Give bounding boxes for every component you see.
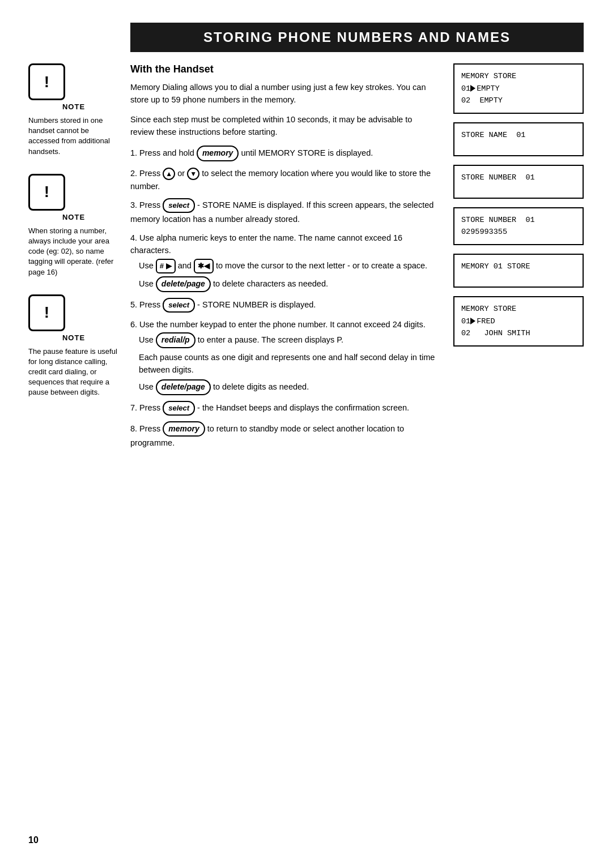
note-icon-3: ! bbox=[28, 294, 65, 331]
note-label-3: NOTE bbox=[28, 333, 119, 342]
display-3-line-1: STORE NUMBER 01 bbox=[461, 172, 576, 184]
step-5: 5. Press select - STORE NUMBER is displa… bbox=[130, 298, 436, 313]
select-key-3: select bbox=[163, 401, 195, 416]
exclamation-icon-1: ! bbox=[44, 73, 49, 91]
step-6-sub1: Use redial/p to enter a pause. The scree… bbox=[139, 332, 436, 348]
step-2: 2. Press ▲ or ▼ to select the memory loc… bbox=[130, 167, 436, 193]
display-6-line-3: 02 JOHN SMITH bbox=[461, 327, 576, 340]
display-4-line-2: 0295993355 bbox=[461, 226, 576, 238]
display-5-line-1: MEMORY 01 STORE bbox=[461, 260, 576, 273]
step-1-number: 1. Press and hold bbox=[130, 148, 197, 157]
triangle-right-2 bbox=[470, 318, 475, 324]
star-key: ✱◀ bbox=[194, 259, 214, 273]
step-3-text: 3. Press select - STORE NAME is displaye… bbox=[130, 200, 434, 224]
note-label-2: NOTE bbox=[28, 213, 119, 221]
step-5-text: 5. Press select - STORE NUMBER is displa… bbox=[130, 300, 316, 309]
step-8-text: 8. Press memory to return to standby mod… bbox=[130, 424, 404, 448]
exclamation-icon-2: ! bbox=[44, 183, 49, 201]
memory-key-1: memory bbox=[197, 146, 239, 161]
down-arrow-key: ▼ bbox=[187, 168, 199, 180]
select-key-1: select bbox=[163, 198, 195, 213]
step-7-text: 7. Press select - the Handset beeps and … bbox=[130, 403, 409, 412]
note-block-1: ! NOTE Numbers stored in one handset can… bbox=[28, 63, 119, 157]
up-arrow-key: ▲ bbox=[163, 168, 175, 180]
display-box-2: STORE NAME 01 bbox=[453, 122, 584, 156]
page-number: 10 bbox=[28, 835, 39, 845]
display-2-line-1: STORE NAME 01 bbox=[461, 129, 576, 142]
section-heading: With the Handset bbox=[130, 63, 436, 75]
step-7: 7. Press select - the Handset beeps and … bbox=[130, 401, 436, 416]
step-6-sub2: Each pause counts as one digit and repre… bbox=[139, 351, 436, 377]
note-label-1: NOTE bbox=[28, 102, 119, 111]
step-6-text: 6. Use the number keypad to enter the ph… bbox=[130, 320, 426, 329]
right-column: MEMORY STORE 01EMPTY 02 EMPTY STORE NAME… bbox=[448, 63, 584, 845]
step-4: 4. Use alpha numeric keys to enter the n… bbox=[130, 232, 436, 292]
note-icon-1: ! bbox=[28, 63, 65, 100]
display-4-line-1: STORE NUMBER 01 bbox=[461, 214, 576, 226]
select-key-2: select bbox=[163, 298, 195, 313]
delete-page-key-2: delete/page bbox=[156, 379, 211, 395]
step-1-after: until MEMORY STORE is displayed. bbox=[239, 148, 373, 157]
display-6-line-1: MEMORY STORE bbox=[461, 303, 576, 315]
note-text-3: The pause feature is useful for long dis… bbox=[28, 347, 119, 398]
redial-key: redial/p bbox=[156, 332, 196, 348]
triangle-right-1 bbox=[470, 85, 475, 92]
display-1-line-1: MEMORY STORE bbox=[461, 70, 576, 83]
step-4-sub2: Use delete/page to delete characters as … bbox=[139, 276, 436, 292]
main-content: ! NOTE Numbers stored in one handset can… bbox=[28, 63, 584, 845]
step-1: 1. Press and hold memory until MEMORY ST… bbox=[130, 146, 436, 161]
step-8: 8. Press memory to return to standby mod… bbox=[130, 421, 436, 450]
display-1-line-2: 01EMPTY bbox=[461, 83, 576, 95]
note-block-3: ! NOTE The pause feature is useful for l… bbox=[28, 294, 119, 398]
steps-list: 1. Press and hold memory until MEMORY ST… bbox=[130, 146, 436, 450]
page-title: STORING PHONE NUMBERS AND NAMES bbox=[130, 23, 584, 52]
memory-key-2: memory bbox=[163, 421, 205, 437]
center-text: With the Handset Memory Dialing allows y… bbox=[128, 63, 448, 845]
hash-key: # ▶ bbox=[156, 259, 176, 273]
note-block-2: ! NOTE When storing a number, always inc… bbox=[28, 174, 119, 277]
note-text-2: When storing a number, always include yo… bbox=[28, 226, 119, 277]
step-3: 3. Press select - STORE NAME is displaye… bbox=[130, 198, 436, 226]
display-1-line-3: 02 EMPTY bbox=[461, 95, 576, 107]
page-number-area: 10 bbox=[28, 824, 119, 845]
left-sidebar: ! NOTE Numbers stored in one handset can… bbox=[28, 63, 128, 845]
display-box-4: STORE NUMBER 01 0295993355 bbox=[453, 207, 584, 245]
intro-text-1: Memory Dialing allows you to dial a numb… bbox=[130, 81, 436, 106]
step-6: 6. Use the number keypad to enter the ph… bbox=[130, 318, 436, 395]
step-2-text: 2. Press ▲ or ▼ to select the memory loc… bbox=[130, 169, 431, 191]
delete-page-key-1: delete/page bbox=[156, 276, 211, 292]
intro-text-2: Since each step must be completed within… bbox=[130, 113, 436, 139]
display-box-5: MEMORY 01 STORE bbox=[453, 254, 584, 288]
step-4-text: 4. Use alpha numeric keys to enter the n… bbox=[130, 233, 402, 255]
exclamation-icon-3: ! bbox=[44, 303, 49, 322]
display-box-6: MEMORY STORE 01FRED 02 JOHN SMITH bbox=[453, 296, 584, 347]
display-box-3: STORE NUMBER 01 bbox=[453, 165, 584, 199]
note-text-1: Numbers stored in one handset cannot be … bbox=[28, 116, 119, 157]
step-4-sub1: Use # ▶ and ✱◀ to move the cursor to the… bbox=[139, 259, 436, 273]
display-6-line-2: 01FRED bbox=[461, 315, 576, 328]
page: STORING PHONE NUMBERS AND NAMES ! NOTE N… bbox=[0, 0, 612, 868]
display-box-1: MEMORY STORE 01EMPTY 02 EMPTY bbox=[453, 63, 584, 114]
step-6-sub3: Use delete/page to delete digits as need… bbox=[139, 379, 436, 395]
note-icon-2: ! bbox=[28, 174, 65, 211]
